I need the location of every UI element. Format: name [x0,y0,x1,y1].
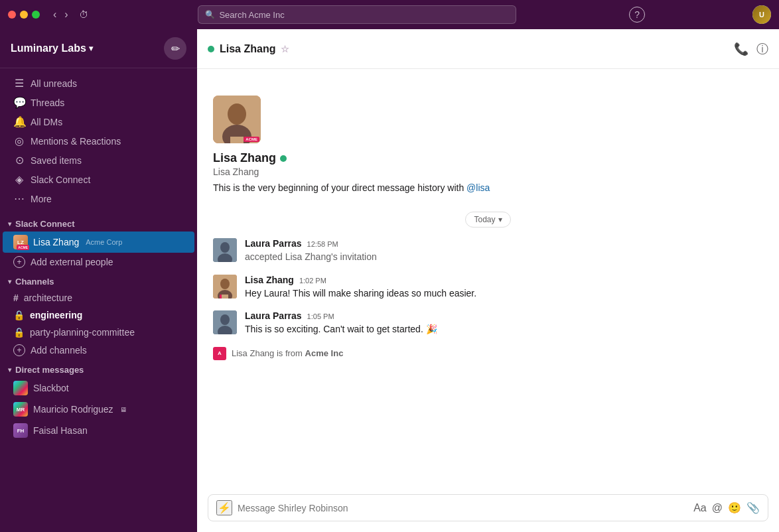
avatar-img: U [752,5,771,24]
sidebar-item-all-unreads[interactable]: ☰ All unreads [3,74,194,93]
emoji-button[interactable]: 🙂 [728,501,741,514]
external-notice-text: Lisa Zhang is from Acme Inc [232,348,343,358]
attachment-button[interactable]: 📎 [746,501,760,514]
svg-point-1 [228,103,246,125]
message-author-2: Lisa Zhang [245,275,294,285]
lock2-icon: 🔒 [13,327,25,338]
threads-icon: 💬 [13,96,25,109]
date-chevron-icon: ▾ [498,215,502,224]
message-header-3: Laura Parras 1:05 PM [245,310,763,321]
intro-online-dot [280,155,287,162]
star-icon[interactable]: ☆ [281,44,289,54]
mauricio-status-icon: 🖥 [120,406,127,413]
chat-title: Lisa Zhang ☆ [208,43,289,55]
message-text-2: Hey Laura! This will make sharing ideas … [245,287,763,300]
message-time-2: 1:02 PM [299,277,326,285]
input-actions: Aa @ 🙂 📎 [693,501,760,514]
phone-button[interactable]: 📞 [734,42,748,56]
add-external-label: Add external people [31,257,113,267]
search-placeholder: Search Acme Inc [219,10,284,20]
nav-arrows: ‹ › [50,6,71,23]
acme-logo: A [213,347,226,360]
sidebar-item-threads[interactable]: 💬 Threads [3,93,194,112]
close-button[interactable] [8,11,16,19]
sidebar-item-more[interactable]: ⋯ More [3,189,194,208]
chat-area: Lisa Zhang ☆ 📞 ⓘ ACME [197,29,779,532]
traffic-lights [8,11,40,19]
sidebar-item-party-planning[interactable]: 🔒 party-planning-committee [3,324,194,341]
message-author-1: Laura Parras [245,238,302,249]
intro-text: This is the very beginning of your direc… [213,182,490,193]
svg-rect-10 [222,295,228,299]
faisal-label: Faisal Hasan [33,425,88,436]
message-text-1: accepted Lisa Zhang's invitation [245,250,763,264]
info-button[interactable]: ⓘ [756,41,768,57]
mauricio-label: Mauricio Rodriguez [33,404,113,415]
add-icon: + [13,256,25,268]
main-layout: Luminary Labs ▾ ✏ ☰ All unreads 💬 Thread… [0,29,779,532]
message-author-3: Laura Parras [245,310,302,321]
lightning-button[interactable]: ⚡ [216,500,232,515]
minimize-button[interactable] [20,11,28,19]
message-header-1: Laura Parras 12:58 PM [245,238,763,249]
message-input-area: ⚡ Aa @ 🙂 📎 [197,488,779,532]
search-icon: 🔍 [205,10,215,19]
mentions-icon: ◎ [13,135,25,147]
sidebar-item-architecture[interactable]: # architecture [3,289,194,306]
sidebar-item-engineering[interactable]: 🔒 engineering [3,306,194,324]
sidebar-item-slack-connect-top[interactable]: ◈ Slack Connect [3,170,194,189]
add-channels[interactable]: + Add channels [3,341,194,360]
channels-section-header[interactable]: ▾ Channels [0,271,197,289]
sidebar-item-lisa-zhang[interactable]: LZ ACME Lisa Zhang Acme Corp [3,232,194,253]
dm-section-label: Direct messages [15,365,84,375]
maximize-button[interactable] [32,11,40,19]
history-button[interactable]: ⏱ [76,7,91,23]
date-pill[interactable]: Today ▾ [465,212,510,228]
sidebar-label-all-unreads: All unreads [31,78,77,89]
help-button[interactable]: ? [629,7,645,23]
sidebar-item-saved[interactable]: ⊙ Saved items [3,151,194,170]
sidebar-item-faisal[interactable]: FH Faisal Hasan [3,420,194,441]
add-channel-icon: + [13,344,25,356]
slackbot-label: Slackbot [33,383,69,393]
sidebar-item-all-dms[interactable]: 🔔 All DMs [3,112,194,131]
sidebar-label-mentions: Mentions & Reactions [31,136,121,147]
external-company: Acme Inc [305,348,344,358]
chat-messages: ACME Lisa Zhang Lisa Zhang This is the v… [197,69,779,488]
acme-corp-label: Acme Corp [86,238,122,246]
date-divider: Today ▾ [197,206,779,233]
slack-connect-section-header[interactable]: ▾ Slack Connect [0,214,197,232]
message-time-3: 1:05 PM [307,312,334,320]
back-button[interactable]: ‹ [50,6,59,23]
chat-contact-name: Lisa Zhang [220,43,275,55]
acme-badge: ACME [17,245,29,250]
lisa-zhang-avatar: LZ ACME [13,235,28,249]
message-input[interactable] [238,503,688,513]
dm-chevron-icon: ▾ [8,366,11,373]
sidebar-item-mauricio[interactable]: MR Mauricio Rodriguez 🖥 [3,399,194,420]
mention-button[interactable]: @ [712,502,723,514]
sidebar-label-more: More [31,194,52,204]
user-avatar-titlebar[interactable]: U [752,5,771,24]
slack-connect-chevron-icon: ▾ [8,220,11,228]
dm-section-header[interactable]: ▾ Direct messages [0,360,197,377]
profile-avatar: ACME [213,96,261,143]
header-actions: 📞 ⓘ [734,41,768,57]
sidebar-item-slackbot[interactable]: Slackbot [3,377,194,399]
intro-mention[interactable]: @lisa [466,182,490,193]
aa-button[interactable]: Aa [693,502,707,514]
message-content-1: Laura Parras 12:58 PM accepted Lisa Zhan… [245,238,763,264]
channels-chevron-icon: ▾ [8,278,11,285]
online-status-dot [208,46,214,52]
svg-point-5 [220,242,230,253]
add-external-people[interactable]: + Add external people [3,253,194,271]
intro-section: ACME Lisa Zhang Lisa Zhang This is the v… [197,69,779,206]
message-time-1: 12:58 PM [307,240,338,248]
sidebar-header: Luminary Labs ▾ ✏ [0,29,197,68]
workspace-name[interactable]: Luminary Labs ▾ [11,42,93,54]
compose-button[interactable]: ✏ [164,37,186,60]
search-bar[interactable]: 🔍 Search Acme Inc [198,5,516,24]
sidebar-item-mentions[interactable]: ◎ Mentions & Reactions [3,131,194,151]
channels-section-label: Channels [15,277,54,287]
forward-button[interactable]: › [62,6,70,23]
